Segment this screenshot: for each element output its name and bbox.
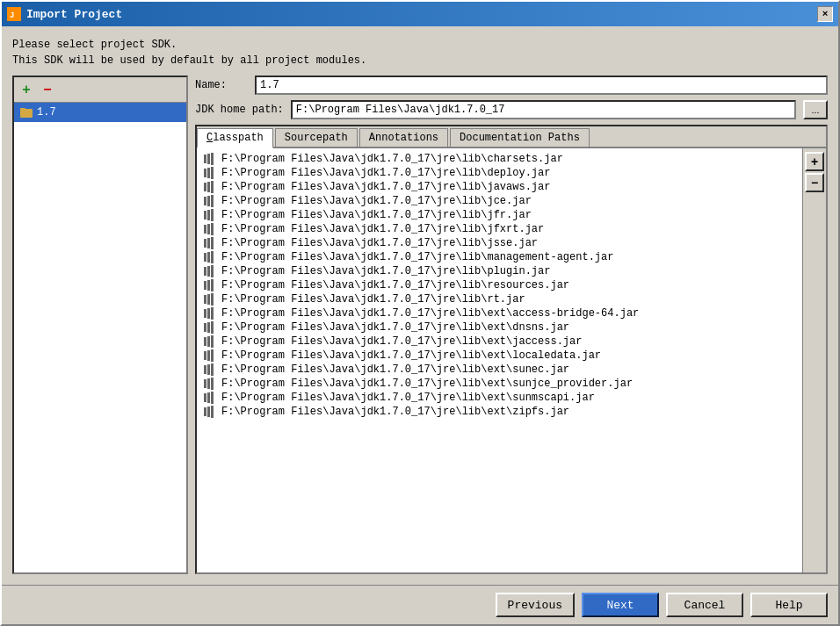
dialog-title: Import Project <box>26 8 122 21</box>
jar-list-item[interactable]: F:\Program Files\Java\jdk1.7.0_17\jre\li… <box>200 250 799 264</box>
jar-list-item[interactable]: F:\Program Files\Java\jdk1.7.0_17\jre\li… <box>200 152 799 166</box>
tab-content: F:\Program Files\Java\jdk1.7.0_17\jre\li… <box>197 148 802 572</box>
help-button[interactable]: Help <box>750 593 828 617</box>
jar-icon <box>204 181 218 193</box>
tab-bar: Classpath Sourcepath Annotations Documen… <box>197 126 826 148</box>
jar-path: F:\Program Files\Java\jdk1.7.0_17\jre\li… <box>221 363 569 376</box>
jar-list-item[interactable]: F:\Program Files\Java\jdk1.7.0_17\jre\li… <box>200 391 799 405</box>
jar-icon <box>204 223 218 235</box>
jar-path: F:\Program Files\Java\jdk1.7.0_17\jre\li… <box>221 279 569 291</box>
jar-path: F:\Program Files\Java\jdk1.7.0_17\jre\li… <box>221 251 613 263</box>
jar-list-item[interactable]: F:\Program Files\Java\jdk1.7.0_17\jre\li… <box>200 377 799 391</box>
jar-icon <box>204 265 218 277</box>
jar-list-item[interactable]: F:\Program Files\Java\jdk1.7.0_17\jre\li… <box>200 292 799 306</box>
tab-annotations[interactable]: Annotations <box>359 128 448 147</box>
jar-path: F:\Program Files\Java\jdk1.7.0_17\jre\li… <box>221 406 569 418</box>
jdk-path-label: JDK home path: <box>195 104 284 116</box>
jar-icon <box>204 237 218 249</box>
jar-icon <box>204 307 218 320</box>
sdk-item-label: 1.7 <box>37 106 56 119</box>
jar-path: F:\Program Files\Java\jdk1.7.0_17\jre\li… <box>221 321 569 334</box>
jar-list-item[interactable]: F:\Program Files\Java\jdk1.7.0_17\jre\li… <box>200 349 799 363</box>
dialog-content: Please select project SDK. This SDK will… <box>2 26 838 585</box>
jar-icon <box>204 153 218 165</box>
jar-list-item[interactable]: F:\Program Files\Java\jdk1.7.0_17\jre\li… <box>200 306 799 320</box>
jar-list-item[interactable]: F:\Program Files\Java\jdk1.7.0_17\jre\li… <box>200 236 799 250</box>
jar-list-item[interactable]: F:\Program Files\Java\jdk1.7.0_17\jre\li… <box>200 208 799 222</box>
title-bar: J Import Project × <box>2 2 838 26</box>
sdk-item[interactable]: 1.7 <box>14 103 186 122</box>
jar-icon <box>204 406 218 418</box>
add-sdk-button[interactable]: + <box>18 81 35 98</box>
jar-icon <box>204 335 218 348</box>
jar-path: F:\Program Files\Java\jdk1.7.0_17\jre\li… <box>221 181 550 193</box>
jar-list-item[interactable]: F:\Program Files\Java\jdk1.7.0_17\jre\li… <box>200 222 799 236</box>
description-line1: Please select project SDK. <box>12 37 828 53</box>
tab-documentation-paths[interactable]: Documentation Paths <box>450 128 590 147</box>
remove-sdk-button[interactable]: − <box>39 81 56 98</box>
jar-path: F:\Program Files\Java\jdk1.7.0_17\jre\li… <box>221 167 550 179</box>
main-area: + − 1.7 Name: <box>12 76 828 574</box>
svg-text:J: J <box>10 11 14 20</box>
jdk-path-input[interactable] <box>291 100 796 119</box>
app-icon: J <box>7 7 21 21</box>
remove-classpath-button[interactable]: − <box>805 173 824 192</box>
jar-icon <box>204 321 218 334</box>
jar-icon <box>204 392 218 404</box>
jar-path: F:\Program Files\Java\jdk1.7.0_17\jre\li… <box>221 223 544 235</box>
previous-button[interactable]: Previous <box>496 593 575 617</box>
jdk-path-field-row: JDK home path: ... <box>195 100 828 119</box>
cancel-label: Cancel <box>684 599 726 612</box>
jar-icon <box>204 251 218 263</box>
description: Please select project SDK. This SDK will… <box>12 37 828 68</box>
jar-list-item[interactable]: F:\Program Files\Java\jdk1.7.0_17\jre\li… <box>200 180 799 194</box>
jar-path: F:\Program Files\Java\jdk1.7.0_17\jre\li… <box>221 265 550 277</box>
tab-sourcepath[interactable]: Sourcepath <box>275 128 358 147</box>
jar-icon <box>204 195 218 207</box>
import-project-dialog: J Import Project × Please select project… <box>0 0 840 626</box>
jar-list-item[interactable]: F:\Program Files\Java\jdk1.7.0_17\jre\li… <box>200 166 799 180</box>
jar-path: F:\Program Files\Java\jdk1.7.0_17\jre\li… <box>221 153 563 165</box>
tab-side-buttons: + − <box>802 148 826 572</box>
jar-icon <box>204 363 218 376</box>
jar-path: F:\Program Files\Java\jdk1.7.0_17\jre\li… <box>221 195 532 207</box>
jar-path: F:\Program Files\Java\jdk1.7.0_17\jre\li… <box>221 209 532 221</box>
jar-list-item[interactable]: F:\Program Files\Java\jdk1.7.0_17\jre\li… <box>200 194 799 208</box>
tabs-container: Classpath Sourcepath Annotations Documen… <box>195 125 828 574</box>
jar-list: F:\Program Files\Java\jdk1.7.0_17\jre\li… <box>200 152 799 419</box>
name-input[interactable] <box>255 76 828 95</box>
jar-list-item[interactable]: F:\Program Files\Java\jdk1.7.0_17\jre\li… <box>200 363 799 377</box>
close-button[interactable]: × <box>817 6 833 22</box>
jar-list-item[interactable]: F:\Program Files\Java\jdk1.7.0_17\jre\li… <box>200 320 799 335</box>
jar-path: F:\Program Files\Java\jdk1.7.0_17\jre\li… <box>221 349 601 362</box>
browse-button[interactable]: ... <box>803 100 828 119</box>
jar-path: F:\Program Files\Java\jdk1.7.0_17\jre\li… <box>221 293 525 306</box>
title-bar-left: J Import Project <box>7 7 122 21</box>
description-line2: This SDK will be used by default by all … <box>12 53 828 68</box>
next-label: Next <box>606 599 634 612</box>
jar-path: F:\Program Files\Java\jdk1.7.0_17\jre\li… <box>221 335 582 348</box>
jar-icon <box>204 293 218 306</box>
jar-icon <box>204 167 218 179</box>
jar-icon <box>204 279 218 291</box>
jar-path: F:\Program Files\Java\jdk1.7.0_17\jre\li… <box>221 237 538 249</box>
jar-list-item[interactable]: F:\Program Files\Java\jdk1.7.0_17\jre\li… <box>200 335 799 349</box>
jar-list-item[interactable]: F:\Program Files\Java\jdk1.7.0_17\jre\li… <box>200 264 799 278</box>
classpath-content: F:\Program Files\Java\jdk1.7.0_17\jre\li… <box>197 148 802 422</box>
jar-list-item[interactable]: F:\Program Files\Java\jdk1.7.0_17\jre\li… <box>200 405 799 419</box>
add-classpath-button[interactable]: + <box>805 152 824 171</box>
sdk-folder-icon <box>19 105 33 119</box>
jar-icon <box>204 378 218 390</box>
jar-icon <box>204 349 218 362</box>
next-button[interactable]: Next <box>582 593 659 617</box>
cancel-button[interactable]: Cancel <box>666 593 743 617</box>
help-label: Help <box>775 599 802 612</box>
previous-label: Previous <box>508 599 562 612</box>
svg-rect-3 <box>20 108 25 111</box>
tabs-outer: Classpath Sourcepath Annotations Documen… <box>195 125 828 574</box>
tab-classpath[interactable]: Classpath <box>197 128 273 148</box>
jar-icon <box>204 209 218 221</box>
jar-path: F:\Program Files\Java\jdk1.7.0_17\jre\li… <box>221 392 595 404</box>
jar-list-item[interactable]: F:\Program Files\Java\jdk1.7.0_17\jre\li… <box>200 278 799 292</box>
jar-path: F:\Program Files\Java\jdk1.7.0_17\jre\li… <box>221 378 633 390</box>
